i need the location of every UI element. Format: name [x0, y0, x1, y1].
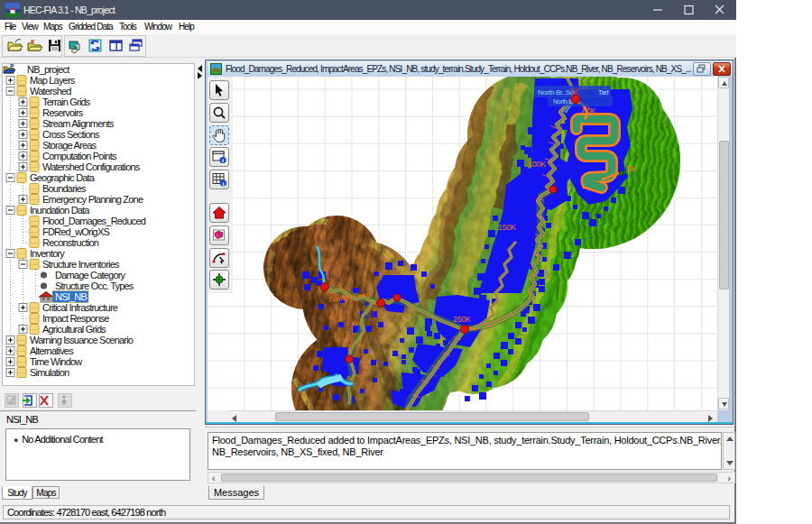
svg-text:i: i: [223, 180, 225, 188]
svg-text:Simulation: Simulation: [30, 367, 69, 378]
svg-text:North Br..So: North Br..So: [538, 88, 575, 97]
svg-text:Structure Inventories: Structure Inventories: [42, 259, 120, 270]
svg-text:Geographic Data: Geographic Data: [30, 172, 96, 183]
svg-text:FDRed_wOrigXS: FDRed_wOrigXS: [42, 226, 109, 237]
svg-text:0K: 0K: [627, 164, 637, 173]
svg-text:250K: 250K: [453, 315, 471, 324]
svg-text:Storage Areas: Storage Areas: [42, 140, 97, 151]
svg-text:Damage Category: Damage Category: [55, 270, 126, 280]
svg-text:i: i: [222, 157, 224, 164]
svg-text:NB_project: NB_project: [27, 64, 69, 75]
svg-text:Watershed Configurations: Watershed Configurations: [42, 161, 141, 172]
svg-text:Emergency Planning Zone: Emergency Planning Zone: [42, 194, 143, 205]
svg-text:Cross Sections: Cross Sections: [42, 129, 100, 140]
svg-text:Watershed: Watershed: [30, 86, 71, 97]
svg-text:100K: 100K: [528, 160, 546, 169]
svg-text:Stream Alignments: Stream Alignments: [42, 118, 115, 129]
svg-text:Flood_Damages_Reduced: Flood_Damages_Reduced: [42, 216, 146, 226]
svg-text:Reconstruction: Reconstruction: [42, 237, 99, 248]
svg-text:Alternatives: Alternatives: [30, 345, 74, 356]
svg-text:Computation Points: Computation Points: [42, 151, 117, 161]
svg-text:Agricultural Grids: Agricultural Grids: [42, 324, 106, 335]
svg-text:Inventory: Inventory: [30, 248, 65, 259]
svg-text:Map Layers: Map Layers: [30, 75, 76, 86]
svg-text:NSI_NB: NSI_NB: [55, 291, 87, 302]
svg-text:Inundation Data: Inundation Data: [30, 205, 90, 216]
svg-text:Warning Issuance Scenario: Warning Issuance Scenario: [30, 335, 134, 345]
svg-text:Boundaries: Boundaries: [42, 183, 87, 194]
svg-text:Terrain Grids: Terrain Grids: [42, 97, 91, 107]
svg-text:Tief: Tief: [598, 89, 608, 96]
svg-text:Time Window: Time Window: [30, 356, 82, 367]
svg-text:Impact Response: Impact Response: [42, 313, 109, 324]
svg-text:150K: 150K: [498, 223, 516, 232]
svg-text:Structure Occ. Types: Structure Occ. Types: [55, 280, 134, 291]
svg-text:Critical Infrastructure: Critical Infrastructure: [42, 302, 118, 313]
svg-text:Reservoirs: Reservoirs: [42, 107, 84, 118]
